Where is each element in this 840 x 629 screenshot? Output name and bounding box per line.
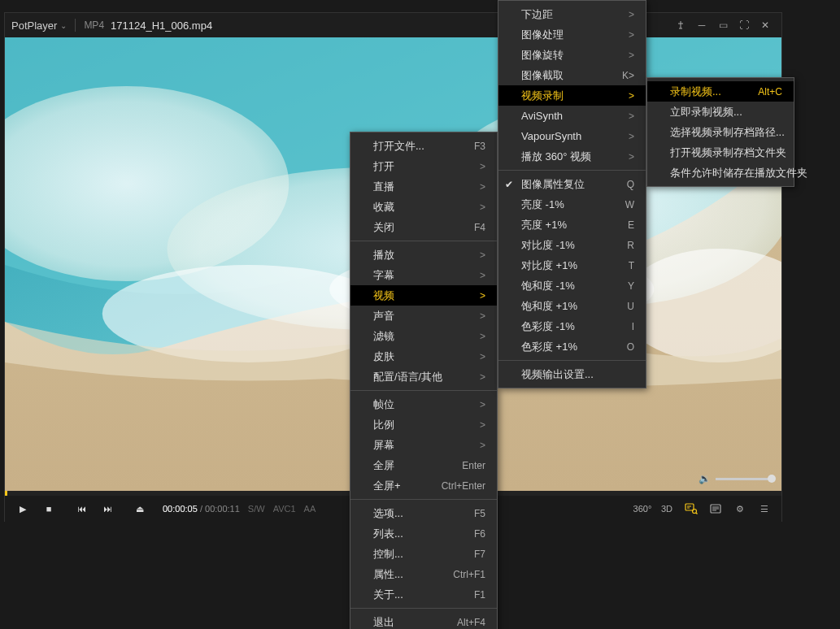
context-menu-main[interactable]: 打开文件...F3打开>直播>收藏>关闭F4播放>字幕>视频>声音>滤镜>皮肤>…	[350, 132, 498, 629]
subtitle-search-button[interactable]	[679, 498, 703, 519]
menu-item-label: 色彩度 +1%	[521, 340, 603, 354]
menu-item-label: 打开视频录制存档文件夹	[670, 145, 786, 160]
menu-item[interactable]: 帧位>	[350, 394, 497, 414]
minimize-button[interactable]: ─	[692, 15, 712, 35]
codec-video[interactable]: AVC1	[273, 504, 296, 514]
menu-item-label: 饱和度 -1%	[521, 279, 603, 293]
menu-item[interactable]: 全屏Enter	[350, 455, 497, 475]
menu-item[interactable]: 属性...Ctrl+F1	[350, 564, 497, 584]
menu-item[interactable]: 条件允许时储存在播放文件夹	[647, 163, 794, 183]
menu-item[interactable]: 饱和度 +1%U	[498, 296, 646, 316]
menu-item[interactable]: 饱和度 -1%Y	[498, 275, 646, 296]
playlist-button[interactable]	[703, 498, 728, 519]
menu-item[interactable]: 列表...F6	[350, 523, 497, 544]
menu-item[interactable]: 视频输出设置...	[498, 364, 646, 384]
menu-separator	[498, 170, 646, 171]
menu-item[interactable]: AviSynth>	[498, 106, 646, 126]
menu-item[interactable]: 立即录制视频...	[647, 102, 794, 122]
settings-button[interactable]: ⚙	[728, 498, 752, 519]
menu-item[interactable]: 图像截取K>	[498, 65, 646, 85]
menu-separator	[350, 499, 497, 500]
divider	[75, 19, 76, 32]
menu-item[interactable]: 图像旋转>	[498, 45, 646, 65]
menu-item[interactable]: 退出Alt+F4	[350, 612, 497, 629]
menu-item-label: AviSynth	[521, 110, 612, 122]
time-current: 00:00:05	[163, 504, 198, 514]
play-button[interactable]: ▶	[10, 498, 36, 519]
menu-item[interactable]: 视频>	[350, 285, 497, 306]
menu-item-shortcut: Q	[627, 179, 634, 190]
menu-item[interactable]: 关于...F1	[350, 584, 497, 605]
menu-item[interactable]: 滤镜>	[350, 326, 497, 346]
prev-button[interactable]: ⏮	[68, 498, 94, 519]
render-mode[interactable]: S/W	[248, 504, 265, 514]
menu-item[interactable]: 选项...F5	[350, 503, 497, 523]
menu-item[interactable]: 色彩度 -1%I	[498, 316, 646, 336]
menu-item[interactable]: 字幕>	[350, 265, 497, 285]
menu-item[interactable]: 皮肤>	[350, 346, 497, 367]
restore-button[interactable]: ▭	[713, 15, 733, 35]
menu-item-label: 立即录制视频...	[670, 105, 782, 119]
submenu-arrow-icon: >	[480, 161, 485, 172]
menu-item-label: 亮度 -1%	[521, 197, 601, 212]
menu-item[interactable]: VapourSynth>	[498, 126, 646, 146]
menu-item-label: 条件允许时储存在播放文件夹	[670, 166, 807, 180]
menu-item[interactable]: 屏幕>	[350, 435, 497, 455]
menu-item-label: 控制...	[373, 547, 450, 562]
context-menu-record[interactable]: 录制视频...Alt+C立即录制视频...选择视频录制存档路径...打开视频录制…	[646, 77, 794, 187]
menu-item[interactable]: 打开>	[350, 156, 497, 176]
eject-button[interactable]: ⏏	[127, 498, 153, 519]
menu-item-label: 屏幕	[373, 438, 464, 453]
menu-item[interactable]: 关闭F4	[350, 217, 497, 237]
submenu-arrow-icon: >	[480, 310, 485, 322]
menu-item[interactable]: 录制视频...Alt+C	[647, 81, 794, 102]
menu-item-shortcut: W	[625, 199, 634, 210]
submenu-arrow-icon: >	[480, 371, 485, 383]
menu-item[interactable]: 打开文件...F3	[350, 136, 497, 156]
menu-item-label: 字幕	[373, 268, 464, 283]
menu-item-label: 收藏	[373, 200, 464, 215]
menu-item[interactable]: 配置/语言/其他>	[350, 367, 497, 387]
stop-button[interactable]: ■	[36, 498, 62, 519]
submenu-arrow-icon: >	[480, 399, 485, 410]
menu-item-label: 属性...	[373, 567, 429, 582]
menu-item[interactable]: 声音>	[350, 306, 497, 326]
menu-item[interactable]: 直播>	[350, 176, 497, 197]
menu-item[interactable]: 收藏>	[350, 197, 497, 217]
volume-icon: 🔉	[699, 473, 711, 484]
menu-item[interactable]: 下边距>	[498, 4, 646, 24]
close-button[interactable]: ✕	[755, 15, 775, 35]
menu-item[interactable]: 亮度 +1%E	[498, 215, 646, 235]
menu-item-label: 视频录制	[521, 89, 612, 103]
app-menu-button[interactable]: PotPlayer ⌄	[11, 20, 67, 32]
menu-item[interactable]: 色彩度 +1%O	[498, 336, 646, 357]
menu-item-label: 打开	[373, 159, 464, 174]
menu-item[interactable]: 比例>	[350, 414, 497, 435]
3d-button[interactable]: 3D	[655, 498, 679, 519]
context-menu-video[interactable]: 下边距>图像处理>图像旋转>图像截取K>视频录制>AviSynth>Vapour…	[498, 0, 646, 388]
menu-item[interactable]: 对比度 +1%T	[498, 255, 646, 275]
pin-button[interactable]	[671, 15, 690, 35]
menu-item[interactable]: 视频录制>	[498, 85, 646, 106]
menu-item[interactable]: 播放 360° 视频>	[498, 146, 646, 167]
submenu-arrow-icon: >	[629, 111, 634, 122]
menu-item[interactable]: 播放>	[350, 245, 497, 265]
menu-item[interactable]: 控制...F7	[350, 544, 497, 564]
menu-item[interactable]: 对比度 -1%R	[498, 235, 646, 255]
codec-audio[interactable]: AA	[304, 504, 316, 514]
volume-slider[interactable]: 🔉	[699, 471, 772, 487]
360-button[interactable]: 360°	[630, 498, 655, 519]
menu-button[interactable]: ☰	[752, 498, 777, 519]
menu-item[interactable]: 选择视频录制存档路径...	[647, 122, 794, 142]
menu-item[interactable]: 图像处理>	[498, 24, 646, 45]
menu-item-shortcut: F4	[474, 222, 485, 233]
menu-item[interactable]: ✔图像属性复位Q	[498, 174, 646, 194]
menu-item[interactable]: 全屏+Ctrl+Enter	[350, 475, 497, 496]
menu-item-shortcut: F7	[474, 549, 485, 560]
menu-item[interactable]: 亮度 -1%W	[498, 194, 646, 215]
maximize-button[interactable]: ⛶	[734, 15, 754, 35]
menu-item-label: 视频输出设置...	[521, 367, 634, 382]
menu-item[interactable]: 打开视频录制存档文件夹	[647, 142, 794, 163]
menu-item-label: 色彩度 -1%	[521, 319, 607, 334]
next-button[interactable]: ⏭	[94, 498, 120, 519]
